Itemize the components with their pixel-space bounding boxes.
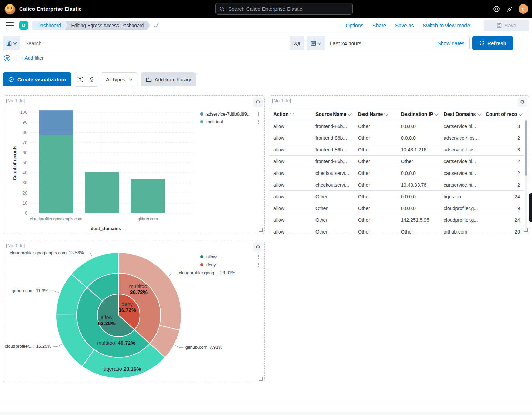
- save-label: Save: [504, 22, 516, 28]
- table-body: allowfrontend-86b...Other0.0.0.0cartserv…: [269, 120, 524, 234]
- add-map-button[interactable]: [86, 72, 98, 86]
- table-cell: 24: [486, 217, 524, 223]
- table-cell: cartservice.hi...: [444, 170, 486, 176]
- table-cell: cartservice.hi...: [444, 123, 486, 129]
- collapsed-flyout-handle[interactable]: [529, 193, 532, 222]
- column-header[interactable]: Dest Domains: [444, 111, 486, 117]
- table-cell: 0.0.0.0: [401, 123, 444, 129]
- legend-menu-button[interactable]: [255, 119, 261, 125]
- bar-chart-legend: adservice-7d8b8d89... multitool: [200, 110, 261, 126]
- svg-text:36.72%: 36.72%: [118, 307, 136, 313]
- kql-language-button[interactable]: KQL: [290, 36, 304, 50]
- table-cell: allow: [273, 194, 315, 199]
- time-range-value[interactable]: Last 24 hours: [330, 40, 434, 46]
- table-row: allowOtherOtherOthergithub.com20: [269, 226, 524, 234]
- add-text-button[interactable]: [74, 72, 86, 86]
- table-row: allowOtherOther142.251.5.95cloudprofiler…: [269, 214, 524, 226]
- table-scrollbar-thumb[interactable]: [525, 120, 527, 176]
- legend-menu-button[interactable]: [255, 111, 261, 117]
- table-cell: cartservice.hi...: [444, 182, 486, 188]
- table-cell: 2: [486, 135, 524, 141]
- legend-item[interactable]: adservice-7d8b8d89...: [200, 110, 261, 118]
- table-cell: Other: [315, 217, 358, 223]
- legend-menu-button[interactable]: [255, 262, 261, 268]
- filter-icon[interactable]: [3, 55, 11, 62]
- svg-text:100: 100: [20, 110, 27, 115]
- refresh-button[interactable]: Refresh: [472, 36, 513, 50]
- legend-item[interactable]: multitool: [200, 118, 261, 126]
- svg-text:tigera.io 23.16%: tigera.io 23.16%: [104, 366, 141, 372]
- column-header[interactable]: Dest Name: [358, 111, 401, 117]
- column-header[interactable]: Destination IP: [401, 111, 444, 117]
- breadcrumb-dashboard[interactable]: Dashboard: [32, 21, 67, 30]
- saved-query-menu-button[interactable]: [3, 36, 20, 50]
- time-range-control[interactable]: Last 24 hours Show dates: [325, 36, 469, 50]
- table-cell: 3: [486, 123, 524, 129]
- table-cell: cartservice.hi...: [444, 159, 486, 164]
- filter-dash: [14, 58, 17, 58]
- announcements-icon[interactable]: [506, 5, 514, 13]
- check-icon: [153, 23, 159, 28]
- column-header[interactable]: Action: [273, 111, 315, 117]
- save-as-link[interactable]: Save as: [395, 22, 414, 28]
- legend-item[interactable]: deny: [200, 261, 261, 269]
- add-from-library-button[interactable]: Add from library: [141, 72, 197, 86]
- global-search-input[interactable]: [228, 6, 349, 12]
- table-row: allowOtherOther0.0.0.0cloudprofiler.g...…: [269, 202, 524, 214]
- calico-logo[interactable]: [4, 4, 16, 15]
- svg-text:cloudprofiler.... 15.25%: cloudprofiler.... 15.25%: [5, 344, 52, 349]
- table-cell: allow: [273, 159, 315, 164]
- column-header[interactable]: Count of reco: [486, 111, 524, 117]
- switch-view-mode-link[interactable]: Switch to view mode: [423, 22, 470, 28]
- legend-item[interactable]: allow: [200, 253, 261, 261]
- create-visualization-button[interactable]: Create visualization: [3, 72, 71, 86]
- panel-settings-gear-icon[interactable]: ⚙: [518, 97, 527, 107]
- menu-icon[interactable]: [6, 22, 14, 29]
- table-cell: allow: [273, 229, 315, 234]
- filter-bar: + Add filter: [3, 54, 44, 62]
- create-visualization-label: Create visualization: [17, 77, 66, 82]
- table-cell: Other: [358, 194, 401, 199]
- table-cell: checkoutservi...: [315, 182, 358, 188]
- table-header: ActionSource NameDest NameDestination IP…: [269, 108, 524, 120]
- global-search[interactable]: [215, 3, 353, 15]
- table-cell: Other: [315, 229, 358, 234]
- panel-title: [No Title]: [6, 243, 25, 248]
- add-from-library-label: Add from library: [155, 77, 191, 82]
- table-cell: 2: [486, 170, 524, 176]
- panel-resize-handle[interactable]: [524, 228, 528, 232]
- panel-resize-handle[interactable]: [259, 228, 263, 232]
- legend-label: adservice-7d8b8d89...: [206, 111, 253, 117]
- nav-actions: Options Share Save as Switch to view mod…: [345, 20, 529, 31]
- show-dates-link[interactable]: Show dates: [438, 40, 464, 46]
- quick-select-time-button[interactable]: [307, 36, 325, 50]
- table-cell: github.com: [444, 229, 486, 234]
- sunburst-chart[interactable]: multitool36.72%deny36.72%allow63.28%mult…: [3, 250, 265, 383]
- lens-icon: [8, 77, 14, 82]
- table-cell: 0.0.0.0: [401, 194, 444, 199]
- save-button[interactable]: Save: [484, 20, 529, 31]
- all-types-dropdown[interactable]: All types: [101, 72, 138, 86]
- column-header[interactable]: Source Name: [315, 111, 358, 117]
- share-link[interactable]: Share: [372, 22, 386, 28]
- panel-resize-handle[interactable]: [259, 377, 263, 381]
- sort-chevron-icon: [435, 111, 439, 115]
- table-cell: Other: [315, 194, 358, 199]
- panel-title: [No Title]: [272, 98, 291, 103]
- table-cell: 9: [486, 206, 524, 211]
- refresh-label: Refresh: [487, 40, 506, 46]
- table-cell: Other: [358, 206, 401, 211]
- options-link[interactable]: Options: [345, 22, 363, 28]
- svg-text:63.28%: 63.28%: [98, 320, 116, 326]
- help-icon[interactable]: [493, 5, 500, 13]
- datepicker-group: Last 24 hours Show dates: [307, 36, 470, 50]
- table-cell: 2: [486, 182, 524, 188]
- table-cell: 10.43.33.76: [401, 182, 444, 188]
- svg-text:60: 60: [23, 150, 28, 155]
- dashboard-app-badge[interactable]: D: [19, 21, 28, 30]
- kql-search-input[interactable]: [20, 40, 290, 46]
- user-avatar[interactable]: e: [519, 4, 528, 14]
- panel-settings-gear-icon[interactable]: ⚙: [253, 97, 263, 107]
- legend-menu-button[interactable]: [255, 254, 261, 260]
- add-filter-link[interactable]: + Add filter: [21, 55, 44, 61]
